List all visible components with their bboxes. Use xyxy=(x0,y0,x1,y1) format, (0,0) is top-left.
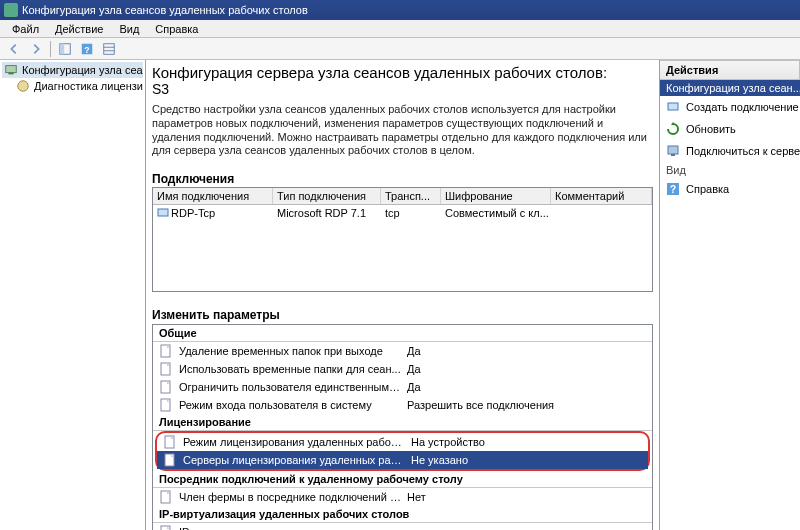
menu-help[interactable]: Справка xyxy=(147,23,206,35)
svg-rect-21 xyxy=(671,154,675,156)
grid-header: Имя подключения Тип подключения Трансп..… xyxy=(153,188,652,205)
connect-icon xyxy=(666,144,680,158)
menu-action[interactable]: Действие xyxy=(47,23,111,35)
group-general: Общие xyxy=(153,325,652,342)
tree-root-item[interactable]: Конфигурация узла сеансов у xyxy=(2,62,143,78)
cell-trans: tcp xyxy=(381,205,441,221)
page-icon xyxy=(159,344,173,358)
server-name: S3 xyxy=(152,81,653,97)
setting-label: IP-виртуализация xyxy=(179,526,401,530)
actions-context: Конфигурация узла сеан... xyxy=(660,80,800,96)
action-connect[interactable]: Подключиться к серве... xyxy=(660,140,800,162)
action-label: Обновить xyxy=(686,123,736,135)
settings-box: Общие Удаление временных папок при выход… xyxy=(152,324,653,530)
group-broker: Посредник подключений к удаленному рабоч… xyxy=(153,471,652,488)
highlight-annotation: Режим лицензирования удаленных рабочи...… xyxy=(155,431,650,471)
cell-name: RDP-Tcp xyxy=(171,207,215,219)
menu-view[interactable]: Вид xyxy=(111,23,147,35)
col-comment[interactable]: Комментарий xyxy=(551,188,652,204)
setting-label: Серверы лицензирования удаленных рабо... xyxy=(183,454,405,466)
action-label: Создать подключение xyxy=(686,101,799,113)
setting-row[interactable]: Удаление временных папок при выходе Да xyxy=(153,342,652,360)
nav-back-button[interactable] xyxy=(4,40,24,58)
svg-text:?: ? xyxy=(84,44,89,54)
col-trans[interactable]: Трансп... xyxy=(381,188,441,204)
settings-title: Изменить параметры xyxy=(152,308,653,322)
cell-enc: Совместимый с кл... xyxy=(441,205,551,221)
setting-row[interactable]: IP-виртуализация xyxy=(153,523,652,530)
diagnostics-icon xyxy=(16,79,30,93)
setting-row[interactable]: Использовать временные папки для сеан...… xyxy=(153,360,652,378)
cell-type: Microsoft RDP 7.1 xyxy=(273,205,381,221)
page-icon xyxy=(159,525,173,530)
setting-row[interactable]: Режим лицензирования удаленных рабочи...… xyxy=(157,433,648,451)
actions-view-label: Вид xyxy=(660,162,800,178)
setting-label: Удаление временных папок при выходе xyxy=(179,345,401,357)
cell-comment xyxy=(551,205,652,221)
action-help[interactable]: ? Справка xyxy=(660,178,800,200)
refresh-icon xyxy=(666,122,680,136)
svg-rect-19 xyxy=(668,103,678,110)
setting-label: Режим лицензирования удаленных рабочи... xyxy=(183,436,405,448)
setting-value: Да xyxy=(407,345,646,357)
page-icon xyxy=(159,398,173,412)
page-icon xyxy=(163,435,177,449)
page-icon xyxy=(163,453,177,467)
tree-child-item[interactable]: Диагностика лицензирова xyxy=(2,78,143,94)
tree-panel: Конфигурация узла сеансов у Диагностика … xyxy=(0,60,146,530)
svg-rect-20 xyxy=(668,146,678,154)
page-icon xyxy=(159,380,173,394)
col-type[interactable]: Тип подключения xyxy=(273,188,381,204)
show-tree-button[interactable] xyxy=(55,40,75,58)
server-icon xyxy=(4,63,18,77)
connection-row[interactable]: RDP-Tcp Microsoft RDP 7.1 tcp Совместимы… xyxy=(153,205,652,221)
setting-value: Нет xyxy=(407,491,646,503)
setting-row-selected[interactable]: Серверы лицензирования удаленных рабо...… xyxy=(157,451,648,469)
setting-label: Ограничить пользователя единственным ... xyxy=(179,381,401,393)
svg-point-9 xyxy=(18,81,29,92)
svg-rect-4 xyxy=(104,43,115,54)
col-name[interactable]: Имя подключения xyxy=(153,188,273,204)
setting-row[interactable]: Режим входа пользователя в систему Разре… xyxy=(153,396,652,414)
actions-panel: Действия Конфигурация узла сеан... Созда… xyxy=(660,60,800,530)
tree-child-label: Диагностика лицензирова xyxy=(34,80,143,92)
grid-empty xyxy=(153,221,652,291)
setting-value: На устройство xyxy=(411,436,642,448)
nav-forward-button[interactable] xyxy=(26,40,46,58)
svg-rect-7 xyxy=(6,66,17,73)
description: Средство настройки узла сеансов удаленны… xyxy=(152,103,653,158)
tree-root-label: Конфигурация узла сеансов у xyxy=(22,64,143,76)
titlebar: Конфигурация узла сеансов удаленных рабо… xyxy=(0,0,800,20)
page-icon xyxy=(159,362,173,376)
setting-label: Режим входа пользователя в систему xyxy=(179,399,401,411)
page-title: Конфигурация сервера узла сеансов удален… xyxy=(152,64,653,81)
setting-value: Да xyxy=(407,381,646,393)
action-label: Подключиться к серве... xyxy=(686,145,800,157)
actions-title: Действия xyxy=(660,60,800,80)
connection-icon xyxy=(157,207,169,219)
help-button[interactable]: ? xyxy=(77,40,97,58)
connections-title: Подключения xyxy=(152,172,653,186)
menubar: Файл Действие Вид Справка xyxy=(0,20,800,38)
help-icon: ? xyxy=(666,182,680,196)
setting-value: Не указано xyxy=(411,454,642,466)
setting-value: Да xyxy=(407,363,646,375)
toolbar: ? xyxy=(0,38,800,60)
setting-value: Разрешить все подключения xyxy=(407,399,646,411)
setting-row[interactable]: Ограничить пользователя единственным ...… xyxy=(153,378,652,396)
setting-label: Использовать временные папки для сеан... xyxy=(179,363,401,375)
svg-text:?: ? xyxy=(670,184,676,195)
group-ipvirt: IP-виртуализация удаленных рабочих столо… xyxy=(153,506,652,523)
properties-button[interactable] xyxy=(99,40,119,58)
action-refresh[interactable]: Обновить xyxy=(660,118,800,140)
page-icon xyxy=(159,490,173,504)
col-enc[interactable]: Шифрование xyxy=(441,188,551,204)
menu-file[interactable]: Файл xyxy=(4,23,47,35)
svg-rect-1 xyxy=(60,43,64,54)
setting-row[interactable]: Член фермы в посреднике подключений к...… xyxy=(153,488,652,506)
action-label: Справка xyxy=(686,183,729,195)
toolbar-separator xyxy=(50,41,51,57)
center-panel: Конфигурация сервера узла сеансов удален… xyxy=(146,60,660,530)
action-create[interactable]: Создать подключение xyxy=(660,96,800,118)
connections-grid: Имя подключения Тип подключения Трансп..… xyxy=(152,187,653,292)
